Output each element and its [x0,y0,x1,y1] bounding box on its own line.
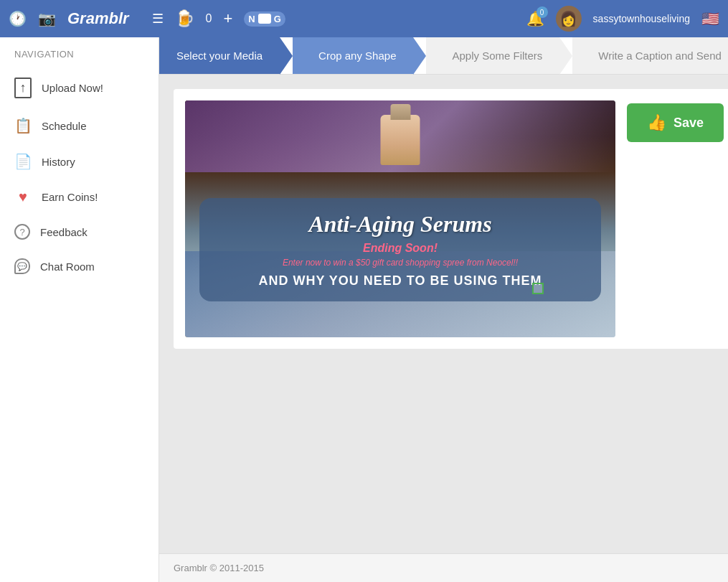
avatar[interactable]: 👩 [556,6,582,32]
sidebar-item-chatroom-label: Chat Room [40,261,95,273]
step-crop[interactable]: Crop any Shape [293,37,413,74]
sidebar-item-feedback[interactable]: ? Feedback [0,215,159,249]
image-subtitle-ending: Ending Soon! [217,242,584,255]
image-title: Anti-Aging Serums [217,211,584,238]
sidebar-item-chatroom[interactable]: 💬 Chat Room [0,249,159,283]
step-caption-label: Write a Caption and Send [598,50,722,62]
sidebar-item-earn-label: Earn Coins! [42,191,98,203]
save-button[interactable]: 👍 Save [627,103,724,142]
clock-icon[interactable]: 🕐 [9,10,27,27]
thumbs-up-icon: 👍 [647,113,666,132]
content-card: Anti-Aging Serums Ending Soon! Enter now… [174,89,728,349]
username[interactable]: sassytownhouseliving [593,13,690,24]
flag-icon[interactable]: 🇺🇸 [701,10,719,27]
heart-icon: ♥ [14,189,32,205]
feedback-icon: ? [14,224,30,240]
chat-icon: 💬 [14,258,30,274]
sidebar-item-upload[interactable]: ↑ Upload Now! [0,68,159,108]
camera-icon[interactable]: 📷 [38,10,56,27]
step-caption[interactable]: Write a Caption and Send [572,37,728,74]
sidebar-item-history-label: History [42,156,75,168]
step-filters[interactable]: Apply Some Filters [426,37,559,74]
history-icon: 📄 [14,153,32,170]
hamburger-icon[interactable]: ☰ [152,11,164,27]
top-nav: 🕐 📷 Gramblr ☰ 🍺 0 + N G 🔔 0 👩 sassytownh… [0,0,728,37]
sidebar: Navigation ↑ Upload Now! 📋 Schedule 📄 Hi… [0,37,159,582]
schedule-icon: 📋 [14,117,32,134]
logo-text: Gramblr [67,9,129,28]
toggle-slider [258,14,271,24]
sidebar-item-schedule-label: Schedule [42,120,87,132]
upload-icon: ↑ [14,78,32,98]
step-media[interactable]: Select your Media [159,37,280,74]
image-preview[interactable]: Anti-Aging Serums Ending Soon! Enter now… [185,100,615,337]
coin-icon[interactable]: 🍺 [175,9,194,28]
main-layout: Navigation ↑ Upload Now! 📋 Schedule 📄 Hi… [0,37,728,582]
sidebar-item-history[interactable]: 📄 History [0,144,159,179]
toggle-label-g: G [274,14,281,24]
notification-bell[interactable]: 🔔 0 [526,10,544,27]
app-logo: Gramblr [67,9,129,28]
image-background: Anti-Aging Serums Ending Soon! Enter now… [185,100,615,337]
step-filters-label: Apply Some Filters [452,50,542,62]
image-subtitle-enter: Enter now to win a $50 gift card shoppin… [217,258,584,268]
footer: Gramblr © 2011-2015 [159,553,728,582]
coin-count: 0 [206,12,212,25]
sidebar-item-earn[interactable]: ♥ Earn Coins! [0,179,159,215]
save-label: Save [673,116,704,131]
sidebar-item-feedback-label: Feedback [40,226,88,238]
stepper: Select your Media Crop any Shape Apply S… [159,37,728,75]
content-area: Anti-Aging Serums Ending Soon! Enter now… [159,75,728,553]
image-tagline: AND WHY YOU NEED TO BE USING THEM [217,273,584,288]
add-icon[interactable]: + [224,9,233,28]
crop-handle[interactable] [532,283,544,294]
toggle-switch[interactable]: N G [244,11,285,27]
toggle-label-n: N [248,14,255,24]
step-media-label: Select your Media [176,50,263,62]
main-content: Select your Media Crop any Shape Apply S… [159,37,728,582]
footer-text: Gramblr © 2011-2015 [174,563,264,573]
step-crop-label: Crop any Shape [318,50,396,62]
sidebar-item-upload-label: Upload Now! [42,82,103,94]
sidebar-item-schedule[interactable]: 📋 Schedule [0,108,159,144]
notification-badge: 0 [536,6,548,18]
nav-label: Navigation [0,49,159,68]
